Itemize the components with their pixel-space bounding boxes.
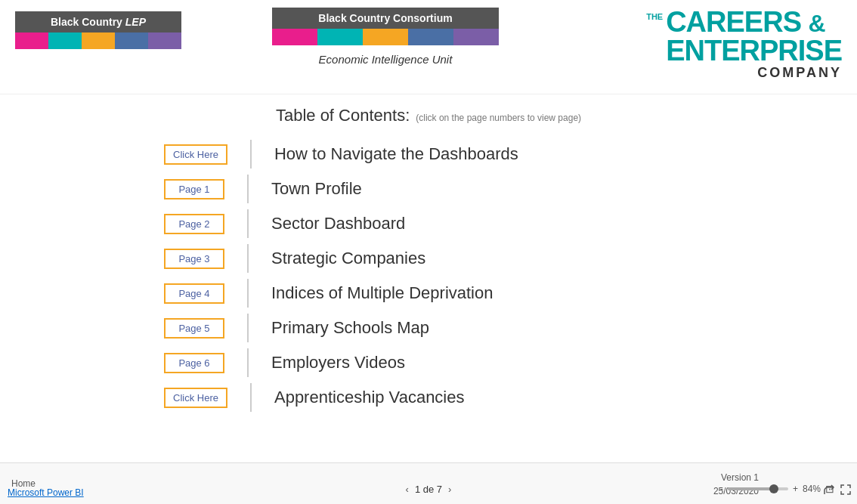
zoom-minus[interactable]: - xyxy=(720,484,723,494)
lep-color-2 xyxy=(48,32,82,49)
toc-list: Click HereHow to Navigate the Dashboards… xyxy=(164,137,693,415)
consortium-color-3 xyxy=(363,29,408,45)
lep-italic: LEP xyxy=(125,16,146,28)
careers-logo: THE CAREERS & ENTERPRISE COMPANY xyxy=(676,8,842,81)
toc-divider xyxy=(247,209,249,238)
toc-item-label: Sector Dashboard xyxy=(271,214,405,233)
fullscreen-button[interactable] xyxy=(840,484,851,498)
zoom-plus[interactable]: + xyxy=(793,484,798,494)
toc-item: Click HereApprenticeship Vacancies xyxy=(164,380,693,415)
pagination-current: 1 de 7 xyxy=(415,484,442,495)
toc-divider xyxy=(247,175,249,203)
toc-item-label: Indices of Multiple Deprivation xyxy=(271,283,493,303)
consortium-color-5 xyxy=(453,29,499,45)
zoom-slider[interactable] xyxy=(728,487,788,490)
consortium-subtitle: Economic Intelligence Unit xyxy=(319,53,453,66)
lep-logo: Black Country LEP xyxy=(15,11,181,49)
toc-page-button[interactable]: Page 4 xyxy=(164,283,224,304)
lep-color-4 xyxy=(115,32,148,49)
fullscreen-icon xyxy=(840,484,851,495)
lep-title-bar: Black Country LEP xyxy=(15,11,181,32)
zoom-slider-fill xyxy=(728,487,773,490)
toc-item-label: Strategic Companies xyxy=(271,249,425,268)
consortium-color-2 xyxy=(317,29,363,45)
careers-line1: CAREERS & xyxy=(666,8,842,36)
careers-main: CAREERS & ENTERPRISE COMPANY xyxy=(666,8,842,81)
toc-subtitle: (click on the page numbers to view page) xyxy=(416,113,581,123)
toc-item-label: Primary Schools Map xyxy=(271,318,429,338)
toc-page-button[interactable]: Page 6 xyxy=(164,353,224,373)
toc-item: Page 4Indices of Multiple Deprivation xyxy=(164,276,693,311)
toc-title: Table of Contents: xyxy=(276,106,410,125)
lep-color-3 xyxy=(82,32,115,49)
zoom-percent: 84% xyxy=(803,484,821,494)
pagination: ‹ 1 de 7 › xyxy=(406,484,452,495)
pagination-prev[interactable]: ‹ xyxy=(406,484,409,495)
share-button[interactable] xyxy=(824,484,834,498)
toc-item: Page 2Sector Dashboard xyxy=(164,206,693,241)
toc-item-label: Employers Videos xyxy=(271,353,405,373)
toc-item-label: Apprenticeship Vacancies xyxy=(274,388,465,407)
bottom-bar: Home Version 1 25/03/2020 ‹ 1 de 7 › - +… xyxy=(0,462,857,504)
careers-the: THE xyxy=(646,12,663,21)
microsoft-pbi-link[interactable]: Microsoft Power BI xyxy=(8,487,84,498)
careers-line3: COMPANY xyxy=(666,65,842,81)
toc-divider xyxy=(250,383,252,412)
toc-item: Page 1Town Profile xyxy=(164,172,693,206)
pagination-next[interactable]: › xyxy=(448,484,451,495)
consortium-color-1 xyxy=(272,29,317,45)
toc-page-button[interactable]: Page 2 xyxy=(164,214,224,234)
toc-item: Page 6Employers Videos xyxy=(164,345,693,380)
consortium-title-bar: Black Country Consortium xyxy=(272,8,499,29)
toc-divider xyxy=(247,348,249,377)
version-info: Version 1 xyxy=(721,472,759,483)
share-icon xyxy=(824,484,834,495)
toc-page-button[interactable]: Page 3 xyxy=(164,249,224,269)
lep-color-bar xyxy=(15,32,181,49)
toc-divider xyxy=(250,140,252,169)
toc-item-label: How to Navigate the Dashboards xyxy=(274,144,518,164)
toc-item: Page 3Strategic Companies xyxy=(164,241,693,276)
toc-item: Page 5Primary Schools Map xyxy=(164,311,693,345)
toc-item: Click HereHow to Navigate the Dashboards xyxy=(164,137,693,172)
zoom-bar: - + 84% ⊡ xyxy=(720,483,834,495)
toc-page-button[interactable]: Click Here xyxy=(164,388,227,408)
careers-line2: ENTERPRISE xyxy=(666,36,842,65)
main-content: Table of Contents: (click on the page nu… xyxy=(0,94,857,415)
consortium-color-4 xyxy=(408,29,453,45)
toc-item-label: Town Profile xyxy=(271,179,362,199)
zoom-slider-thumb xyxy=(769,484,778,493)
toc-divider xyxy=(247,279,249,308)
toc-divider xyxy=(247,244,249,273)
toc-header: Table of Contents: (click on the page nu… xyxy=(276,106,581,125)
lep-color-1 xyxy=(15,32,48,49)
toc-divider xyxy=(247,314,249,342)
consortium-color-bar xyxy=(272,29,499,45)
toc-page-button[interactable]: Page 1 xyxy=(164,179,224,199)
careers-logo-inner: THE CAREERS & ENTERPRISE COMPANY xyxy=(646,8,842,81)
lep-color-5 xyxy=(148,32,181,49)
toc-page-button[interactable]: Click Here xyxy=(164,144,227,165)
header: Black Country LEP Black Country Consorti… xyxy=(0,0,857,94)
toc-page-button[interactable]: Page 5 xyxy=(164,318,224,339)
consortium-logo: Black Country Consortium Economic Intell… xyxy=(272,8,499,66)
